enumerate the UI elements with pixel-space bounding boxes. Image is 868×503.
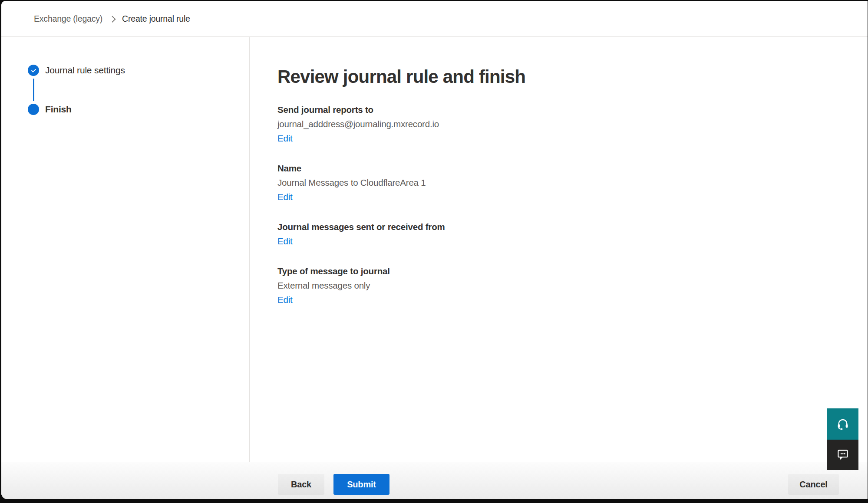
edit-link-scope[interactable]: Edit bbox=[277, 234, 293, 248]
submit-button[interactable]: Submit bbox=[333, 474, 389, 495]
help-widget bbox=[827, 408, 858, 470]
cancel-button[interactable]: Cancel bbox=[788, 474, 839, 495]
feedback-button[interactable] bbox=[827, 440, 858, 470]
section-label: Send journal reports to bbox=[277, 102, 850, 117]
wizard-steps-panel: Journal rule settings Finish bbox=[1, 37, 250, 462]
breadcrumb-exchange-legacy[interactable]: Exchange (legacy) bbox=[34, 14, 102, 24]
section-send-journal-reports-to: Send journal reports to journal_adddress… bbox=[277, 102, 850, 145]
back-button[interactable]: Back bbox=[278, 474, 324, 495]
message-type-value: External messages only bbox=[277, 278, 850, 293]
edit-link-send-journal-reports[interactable]: Edit bbox=[277, 131, 293, 145]
headset-icon bbox=[836, 417, 850, 432]
dot-icon bbox=[28, 104, 39, 115]
section-label: Name bbox=[277, 161, 850, 175]
chevron-right-icon bbox=[109, 16, 116, 23]
support-button[interactable] bbox=[827, 408, 858, 440]
section-name: Name Journal Messages to CloudflareArea … bbox=[277, 161, 850, 204]
review-panel: Review journal rule and finish Send jour… bbox=[250, 37, 868, 462]
edit-link-name[interactable]: Edit bbox=[277, 190, 293, 204]
rule-name-value: Journal Messages to CloudflareArea 1 bbox=[277, 175, 850, 190]
chat-icon bbox=[836, 448, 849, 462]
section-journal-messages-scope: Journal messages sent or received from E… bbox=[277, 220, 850, 248]
breadcrumb: Exchange (legacy) Create journal rule bbox=[1, 1, 868, 37]
page-title: Review journal rule and finish bbox=[277, 65, 850, 89]
exchange-admin-page: { "breadcrumb": { "items": ["Exchange (l… bbox=[0, 0, 868, 503]
edit-link-message-type[interactable]: Edit bbox=[277, 293, 293, 307]
journal-report-address: journal_adddress@journaling.mxrecord.io bbox=[277, 117, 850, 131]
app-window: Exchange (legacy) Create journal rule Jo… bbox=[1, 1, 868, 499]
step-journal-rule-settings[interactable]: Journal rule settings bbox=[28, 65, 249, 76]
section-label: Journal messages sent or received from bbox=[277, 220, 850, 234]
section-label: Type of message to journal bbox=[277, 264, 850, 278]
check-icon bbox=[28, 65, 39, 76]
step-label: Finish bbox=[45, 104, 72, 115]
section-message-type: Type of message to journal External mess… bbox=[277, 264, 850, 307]
app-body: Journal rule settings Finish Review jour… bbox=[1, 37, 868, 462]
step-label: Journal rule settings bbox=[45, 65, 125, 76]
action-bar: Back Submit Cancel bbox=[1, 462, 868, 499]
breadcrumb-create-journal-rule: Create journal rule bbox=[122, 14, 190, 24]
step-finish[interactable]: Finish bbox=[28, 104, 249, 115]
step-connector-line bbox=[33, 79, 34, 101]
